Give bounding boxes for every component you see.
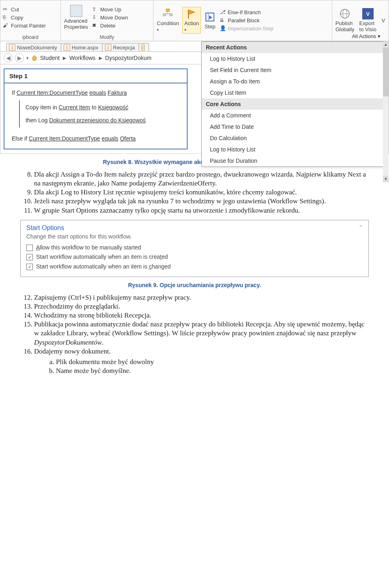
tab-icon: ▯ (105, 44, 111, 51)
ribbon-cutoff: V (380, 17, 387, 24)
flag-icon (186, 8, 197, 19)
svg-marker-8 (209, 15, 212, 19)
else-if-branch-button[interactable]: ⎇Else-If Branch (219, 9, 274, 16)
step-12: Zapisujemy (Ctrl+S) i publikujemy nasz p… (34, 293, 369, 302)
tab-icon: ▯ (141, 44, 145, 51)
collapse-icon[interactable]: ⌃ (359, 224, 363, 232)
action-add-time-to-date[interactable]: Add Time to Date (202, 121, 384, 132)
action-copy-list-item[interactable]: Copy List Item (202, 87, 384, 98)
scissors-icon: ✂ (3, 6, 9, 13)
action-copy-line[interactable]: Copy item in Current Item to Księgowość (26, 103, 180, 113)
tab-home-aspx[interactable]: ▯Home.aspx (61, 43, 103, 51)
branch-icon (162, 8, 173, 19)
action-set-field[interactable]: Set Field in Current Item (202, 64, 384, 76)
nav-forward-button[interactable]: ▶ (15, 53, 24, 62)
chevron-right-icon: ▶ (99, 55, 102, 61)
condition-line[interactable]: If Current Item:DocumentType equals Fakt… (12, 88, 180, 98)
tab-cutoff: ▯ (139, 43, 149, 51)
crumb-student[interactable]: Student (40, 55, 60, 61)
condition-button[interactable]: Condition▾ (155, 7, 181, 33)
format-painter-button[interactable]: 🖌Format Painter (2, 22, 47, 29)
tab-icon: ▯ (64, 44, 70, 51)
chevron-down-icon: ▾ (184, 28, 186, 32)
action-log-to-history[interactable]: Log to History List (202, 53, 384, 64)
ribbon: ✂Cut ⎘Copy 🖌Format Painter ipboard Advan… (0, 0, 389, 41)
action-do-calculation[interactable]: Do Calculation (202, 132, 384, 144)
sharepoint-designer-screenshot: ✂Cut ⎘Copy 🖌Format Painter ipboard Advan… (0, 0, 389, 154)
step-16b: Name może być domyślne. (56, 366, 369, 375)
move-up-button[interactable]: ⇧Move Up (91, 6, 129, 13)
workflow-step: Step 1 If Current Item:DocumentType equa… (4, 68, 188, 149)
crumb-workflows[interactable]: Workflows (69, 55, 95, 61)
step-title: Step 1 (4, 69, 187, 83)
instruction-list-1: Dla akcji Assign a To-do Item należy prz… (0, 170, 389, 215)
svg-rect-4 (170, 14, 172, 16)
dropdown-scrollbar[interactable]: ▲ ▼ (383, 41, 389, 182)
checkbox-checked-icon[interactable] (26, 264, 33, 270)
action-add-comment[interactable]: Add a Comment (202, 110, 384, 121)
svg-marker-5 (188, 10, 195, 15)
step-9: Dla akcji Log to History List ręcznie wp… (34, 188, 369, 197)
start-options-subtitle: Change the start options for this workfl… (21, 233, 368, 243)
publish-globally-button[interactable]: PublishGlobally (334, 7, 356, 33)
start-options-title: Start Options (26, 224, 64, 232)
start-options-screenshot: Start Options ⌃ Change the start options… (20, 220, 369, 277)
step-icon (204, 11, 216, 23)
tab-icon: ▯ (9, 44, 15, 51)
dropdown-heading-recent: Recent Actions (202, 42, 384, 53)
person-key-icon: 👤 (220, 25, 226, 32)
impersonation-step-button[interactable]: 👤Impersonation Step (219, 25, 274, 32)
dropdown-heading-core: Core Actions (202, 98, 384, 110)
action-log-line[interactable]: then Log Dokument przeniesiono do Księgo… (26, 116, 180, 126)
crumb-current: DyspozytorDokum (105, 55, 152, 61)
option-auto-created[interactable]: Start workflow automatically when an ite… (26, 252, 363, 262)
checkbox-checked-icon[interactable] (26, 254, 33, 260)
step-8: Dla akcji Assign a To-do Item należy prz… (34, 170, 369, 188)
home-icon[interactable] (31, 55, 38, 61)
chevron-down-icon: ▾ (157, 28, 159, 32)
else-if-line[interactable]: Else if Current Item:DocumentType equals… (12, 134, 180, 144)
copy-button[interactable]: ⎘Copy (2, 14, 47, 21)
option-auto-changed[interactable]: Start workflow automatically when an ite… (26, 262, 363, 272)
chevron-right-icon: ▶ (63, 55, 66, 61)
action-log-to-history-2[interactable]: Log to History List (202, 144, 384, 155)
checkbox-unchecked-icon[interactable] (26, 245, 33, 251)
copy-icon: ⎘ (3, 14, 9, 21)
option-manual-start[interactable]: Allow this workflow to be manually start… (26, 243, 363, 253)
step-10: Jeżeli nasz przepływ wygląda tak jak na … (34, 197, 369, 206)
chevron-down-icon[interactable]: ▾ (26, 55, 29, 61)
advanced-properties-button[interactable]: AdvancedProperties (62, 4, 90, 31)
globe-icon (339, 8, 351, 19)
scroll-down-icon[interactable]: ▼ (383, 176, 389, 182)
brush-icon: 🖌 (3, 22, 9, 29)
nav-back-button[interactable]: ◀ (4, 53, 13, 62)
chevron-down-icon: ▾ (378, 33, 380, 39)
delete-button[interactable]: ✖Delete (91, 22, 129, 29)
step-14: Wchodzimy na stronę biblioteki Recepcja. (34, 311, 369, 320)
svg-rect-3 (163, 14, 166, 16)
step-button[interactable]: Step (203, 11, 217, 30)
action-pause-for-duration[interactable]: Pause for Duration (202, 155, 384, 166)
modify-group-label: Modify (62, 34, 152, 40)
action-assign-todo[interactable]: Assign a To-do Item (202, 76, 384, 87)
branch-small-icon: ⎇ (220, 9, 226, 15)
visio-icon: V (362, 8, 374, 19)
svg-rect-0 (166, 9, 169, 11)
parallel-block-button[interactable]: ⇊Parallel Block (219, 17, 274, 24)
delete-icon: ✖ (92, 22, 98, 29)
scroll-thumb[interactable] (383, 48, 389, 96)
svg-marker-12 (32, 55, 37, 60)
scroll-up-icon[interactable]: ▲ (383, 41, 389, 48)
move-down-button[interactable]: ⇩Move Down (91, 14, 129, 21)
all-actions-dropdown[interactable]: All Actions ▾ (352, 33, 380, 39)
tab-nowedokumenty[interactable]: ▯NoweDokumenty (6, 43, 62, 51)
cut-button[interactable]: ✂Cut (2, 6, 47, 13)
action-button[interactable]: Action▾ (182, 7, 201, 34)
tab-recepcja[interactable]: ▯Recepcja (102, 43, 139, 51)
clipboard-group-label: ipboard (2, 34, 59, 40)
arrow-up-icon: ⇧ (92, 6, 98, 13)
properties-icon (70, 5, 82, 17)
export-to-visio-button[interactable]: V Exportto Visio (358, 7, 378, 33)
actions-dropdown-panel: Recent Actions Log to History List Set F… (201, 41, 385, 167)
step-13: Przechodzimy do przeglądarki. (34, 302, 369, 311)
